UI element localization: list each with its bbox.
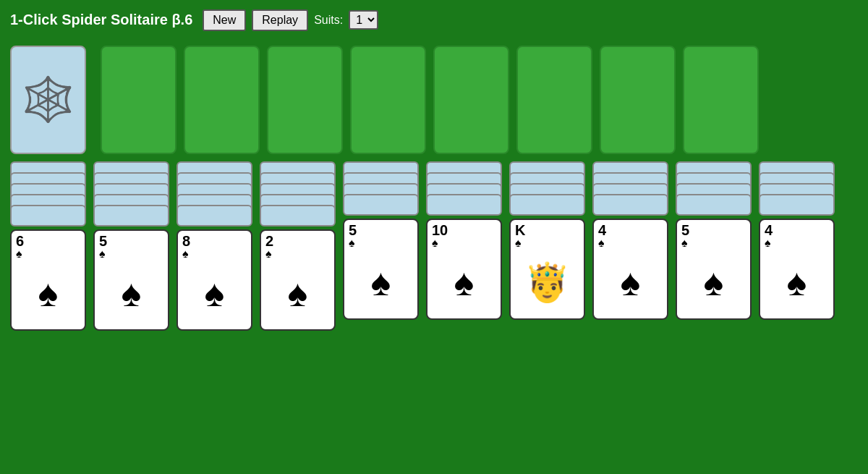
- suits-label: Suits:: [314, 14, 343, 27]
- foundation-slot-2: [184, 46, 260, 154]
- card-back: [93, 205, 169, 227]
- card-center: ♠: [349, 249, 413, 316]
- card-suit-label: ♠: [265, 248, 272, 260]
- card-face-6[interactable]: K♠🤴: [509, 219, 585, 320]
- tableau-column-2: 8♠♠: [176, 161, 252, 331]
- column-backs-4: [343, 161, 419, 216]
- card-face-1[interactable]: 5♠♠: [93, 229, 169, 331]
- tableau-column-7: 4♠♠: [592, 161, 668, 320]
- card-face-5[interactable]: 10♠♠: [426, 219, 502, 320]
- column-backs-9: [759, 161, 835, 216]
- top-row: 🕸️: [10, 46, 858, 154]
- card-face-9[interactable]: 4♠♠: [759, 219, 835, 320]
- card-center: ♠: [16, 260, 80, 326]
- card-center: ♠: [598, 249, 663, 316]
- card-suit-label: ♠: [598, 237, 605, 249]
- game-area: 🕸️ 6♠♠5♠♠8♠♠2♠♠5♠♠10♠♠K♠🤴4♠♠5♠♠4♠♠: [0, 40, 868, 337]
- foundation-slot-3: [267, 46, 343, 154]
- replay-button[interactable]: Replay: [252, 9, 308, 31]
- tableau-column-8: 5♠♠: [676, 161, 752, 320]
- card-back: [10, 205, 86, 227]
- card-suit-label: ♠: [182, 248, 189, 260]
- card-suit-label: ♠: [432, 237, 438, 249]
- card-rank: 5: [681, 223, 689, 237]
- game-title: 1-Click Spider Solitaire β.6: [10, 12, 192, 28]
- foundation-slot-5: [433, 46, 509, 154]
- new-button[interactable]: New: [203, 9, 246, 31]
- tableau-column-9: 4♠♠: [759, 161, 835, 320]
- header: 1-Click Spider Solitaire β.6 New Replay …: [0, 0, 868, 40]
- card-suit-label: ♠: [681, 237, 688, 249]
- foundations: [101, 46, 759, 154]
- suits-select[interactable]: 1 2 4: [349, 10, 378, 30]
- card-back: [176, 205, 252, 227]
- card-center: ♠: [681, 249, 746, 316]
- foundation-slot-8: [683, 46, 759, 154]
- card-back: [509, 194, 585, 216]
- card-back: [759, 194, 835, 216]
- card-back: [676, 194, 752, 216]
- foundation-slot-7: [600, 46, 676, 154]
- card-rank: 4: [765, 223, 773, 237]
- column-backs-3: [260, 161, 336, 227]
- column-backs-2: [176, 161, 252, 227]
- card-rank: 5: [99, 234, 107, 248]
- card-back: [343, 194, 419, 216]
- card-center: ♠: [765, 249, 829, 316]
- card-rank: 8: [182, 234, 190, 248]
- column-backs-1: [93, 161, 169, 227]
- tableau-column-1: 5♠♠: [93, 161, 169, 331]
- card-face-2[interactable]: 8♠♠: [176, 229, 252, 331]
- foundation-slot-4: [350, 46, 426, 154]
- foundation-slot-6: [516, 46, 592, 154]
- card-center: ♠: [432, 249, 496, 316]
- column-backs-7: [592, 161, 668, 216]
- card-face-0[interactable]: 6♠♠: [10, 229, 86, 331]
- card-face-7[interactable]: 4♠♠: [592, 219, 668, 320]
- card-suit-label: ♠: [99, 248, 106, 260]
- card-rank: 10: [432, 223, 448, 237]
- column-backs-8: [676, 161, 752, 216]
- card-rank: 6: [16, 234, 24, 248]
- card-rank: 4: [598, 223, 606, 237]
- column-backs-5: [426, 161, 502, 216]
- card-suit-label: ♠: [349, 237, 355, 249]
- card-back: [426, 194, 502, 216]
- card-face-4[interactable]: 5♠♠: [343, 219, 419, 320]
- card-rank: 2: [265, 234, 273, 248]
- column-backs-6: [509, 161, 585, 216]
- card-center: ♠: [265, 260, 330, 326]
- card-center: ♠: [99, 260, 163, 326]
- tableau: 6♠♠5♠♠8♠♠2♠♠5♠♠10♠♠K♠🤴4♠♠5♠♠4♠♠: [10, 161, 858, 331]
- card-face-3[interactable]: 2♠♠: [260, 229, 336, 331]
- column-backs-0: [10, 161, 86, 227]
- stock-pile[interactable]: 🕸️: [10, 46, 86, 154]
- card-center: 🤴: [515, 249, 579, 316]
- card-back: [260, 205, 336, 227]
- tableau-column-0: 6♠♠: [10, 161, 86, 331]
- card-suit-label: ♠: [765, 237, 771, 249]
- stock-icon: 🕸️: [21, 78, 75, 122]
- card-suit-label: ♠: [515, 237, 522, 249]
- foundation-slot-1: [101, 46, 176, 154]
- tableau-column-6: K♠🤴: [509, 161, 585, 320]
- card-back: [592, 194, 668, 216]
- tableau-column-3: 2♠♠: [260, 161, 336, 331]
- card-center: ♠: [182, 260, 247, 326]
- card-rank: 5: [349, 223, 357, 237]
- card-suit-label: ♠: [16, 248, 22, 260]
- card-face-8[interactable]: 5♠♠: [676, 219, 752, 320]
- tableau-column-5: 10♠♠: [426, 161, 502, 320]
- tableau-column-4: 5♠♠: [343, 161, 419, 320]
- card-rank: K: [515, 223, 525, 237]
